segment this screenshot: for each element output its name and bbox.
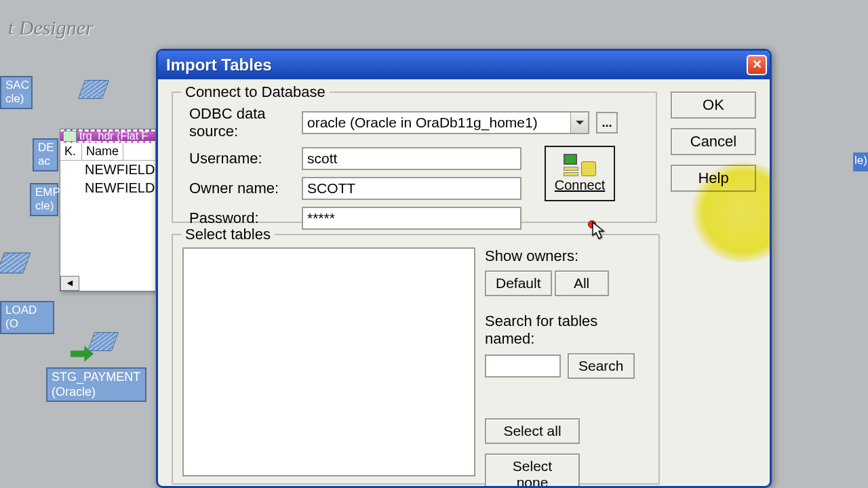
import-tables-dialog: Import Tables ✕ Connect to Database ODBC…: [156, 49, 772, 488]
search-input[interactable]: [485, 354, 561, 378]
close-button[interactable]: ✕: [747, 55, 767, 75]
chevron-down-icon[interactable]: [570, 113, 588, 133]
bg-node-sac: SACcle): [0, 76, 33, 109]
dialog-titlebar[interactable]: Import Tables ✕: [158, 51, 770, 79]
table-row[interactable]: NEWFIELD: [60, 161, 155, 179]
grid-tab-header[interactable]: trg_hdr (Flat F: [60, 129, 155, 143]
grid-columns: K. Name: [60, 143, 155, 161]
app-title: t Designer: [8, 16, 94, 39]
tables-listbox[interactable]: [182, 247, 475, 476]
username-field[interactable]: [302, 147, 521, 170]
help-button[interactable]: Help: [671, 165, 756, 192]
odbc-data-source-combo[interactable]: oracle (Oracle in OraDb11g_home1): [302, 111, 589, 134]
odbc-label: ODBC data source:: [189, 105, 302, 140]
bg-node-emp: EMPcle): [30, 183, 58, 216]
username-label: Username:: [189, 150, 302, 167]
search-label: Search for tables named:: [485, 312, 650, 348]
bg-node-de: DEac: [33, 138, 58, 171]
connect-button[interactable]: Connect: [545, 146, 615, 201]
col-name[interactable]: Name: [82, 143, 123, 160]
select-none-button[interactable]: Select none: [485, 453, 580, 488]
scroll-left-button[interactable]: ◄: [60, 276, 79, 291]
close-icon: ✕: [752, 58, 762, 71]
password-field[interactable]: [302, 207, 521, 230]
bg-field-grid: trg_hdr (Flat F K. Name NEWFIELD NEWFIEL…: [60, 129, 156, 291]
dialog-title: Import Tables: [166, 56, 272, 75]
odbc-browse-button[interactable]: ...: [596, 112, 618, 134]
bg-table-icon: [87, 332, 119, 351]
ok-button[interactable]: OK: [671, 92, 756, 119]
select-tables-group: Select tables Show owners: Default All S…: [172, 234, 660, 485]
show-owners-all-button[interactable]: All: [555, 270, 609, 296]
group-legend: Select tables: [181, 226, 275, 243]
select-all-button[interactable]: Select all: [485, 418, 580, 444]
connect-to-database-group: Connect to Database ODBC data source: or…: [172, 92, 657, 223]
owner-name-field[interactable]: [302, 177, 521, 200]
click-indicator-icon: [588, 220, 596, 228]
odbc-value: oracle (Oracle in OraDb11g_home1): [303, 115, 538, 131]
connect-icon: [564, 154, 596, 176]
table-row[interactable]: NEWFIELD: [60, 179, 155, 197]
show-owners-label: Show owners:: [485, 247, 650, 265]
bg-table-icon: [78, 80, 109, 99]
search-button[interactable]: Search: [568, 353, 635, 379]
show-owners-default-button[interactable]: Default: [485, 270, 552, 296]
group-legend: Connect to Database: [181, 83, 330, 101]
bg-node-stg-payment: STG_PAYMENT(Oracle): [46, 367, 146, 402]
grid-tab-label: trg_hdr (Flat F: [79, 130, 148, 142]
bg-node-fragment: le): [853, 152, 868, 171]
col-k[interactable]: K.: [60, 143, 82, 160]
password-label: Password:: [189, 209, 302, 227]
source-icon: [63, 131, 77, 142]
bg-node-load: LOAD (O: [0, 301, 54, 334]
owner-label: Owner name:: [189, 180, 302, 197]
cancel-button[interactable]: Cancel: [671, 128, 756, 155]
bg-table-icon: [0, 253, 31, 274]
connect-button-label: Connect: [555, 178, 606, 193]
